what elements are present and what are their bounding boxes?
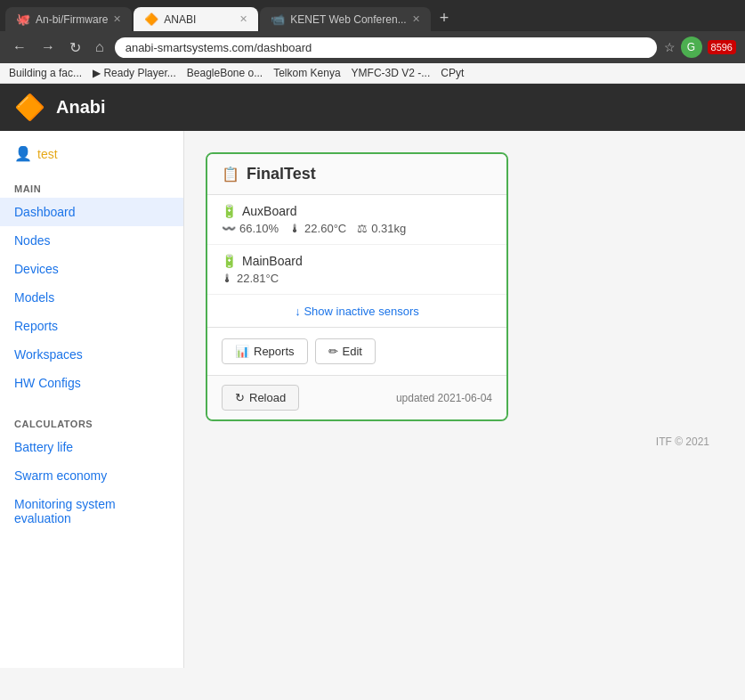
card-actions: 📊 Reports ✏ Edit xyxy=(207,328,506,375)
card-title: FinalTest xyxy=(247,165,316,183)
sidebar-item-swarm-economy[interactable]: Swarm economy xyxy=(0,461,183,490)
home-button[interactable]: ⌂ xyxy=(92,37,108,57)
device-card: 📋 FinalTest 🔋 AuxBoard 〰️ 66.10% xyxy=(206,152,508,421)
sensor-mainboard-name: 🔋 MainBoard xyxy=(222,254,492,268)
sensor-auxboard-name: 🔋 AuxBoard xyxy=(222,204,492,218)
bookmark-6-label: CPyt xyxy=(441,67,464,79)
bookmark-5[interactable]: YMFC-3D V2 -... xyxy=(352,67,431,79)
sidebar-item-hw-configs[interactable]: HW Configs xyxy=(0,369,183,397)
mainboard-temp-icon: 🌡 xyxy=(222,272,233,285)
tab3-favicon: 📹 xyxy=(271,12,285,26)
bookmark-2[interactable]: ▶ Ready Player... xyxy=(93,67,176,79)
humidity-value: 66.10% xyxy=(239,222,279,235)
calculators-section-label: CALCULATORS xyxy=(0,411,183,433)
card-header-icon: 📋 xyxy=(222,166,239,183)
sensor-auxboard-icon: 🔋 xyxy=(222,204,237,218)
forward-button[interactable]: → xyxy=(37,37,59,57)
back-button[interactable]: ← xyxy=(9,37,30,57)
notification-button[interactable]: 8596 xyxy=(708,40,736,54)
app-title: Anabi xyxy=(56,97,106,118)
reports-button-label: Reports xyxy=(254,345,295,358)
bookmark-button[interactable]: ☆ xyxy=(664,40,676,54)
edit-button-label: Edit xyxy=(343,345,362,358)
mainboard-temperature: 🌡 22.81°C xyxy=(222,272,279,285)
sensor-auxboard-values: 〰️ 66.10% 🌡 22.60°C ⚖ 0.31kg xyxy=(222,222,492,235)
bookmark-2-label: ▶ Ready Player... xyxy=(93,67,176,79)
app-logo-icon: 🔶 xyxy=(14,93,45,122)
bookmark-5-label: YMFC-3D V2 -... xyxy=(352,67,431,79)
sensor-auxboard-label: AuxBoard xyxy=(242,204,296,218)
reports-button-icon: 📊 xyxy=(235,345,249,358)
browser-tab-2[interactable]: 🔶 ANABI ✕ xyxy=(134,7,258,31)
card-header: 📋 FinalTest xyxy=(207,154,506,195)
bookmark-6[interactable]: CPyt xyxy=(441,67,464,79)
tab1-title: An-bi/Firmware xyxy=(36,13,108,26)
address-bar-input[interactable] xyxy=(115,37,657,58)
sidebar-item-nodes[interactable]: Nodes xyxy=(0,226,183,255)
tab2-close[interactable]: ✕ xyxy=(239,13,247,25)
sidebar: 👤 test MAIN Dashboard Nodes Devices Mode… xyxy=(0,131,184,668)
user-icon: 👤 xyxy=(14,145,32,162)
auxboard-temperature: 🌡 22.60°C xyxy=(289,222,346,235)
username-label: test xyxy=(37,147,58,161)
tab1-close[interactable]: ✕ xyxy=(113,13,121,25)
sidebar-item-reports[interactable]: Reports xyxy=(0,312,183,340)
bookmark-3-label: BeagleBone o... xyxy=(187,67,263,79)
tab2-title: ANABI xyxy=(164,13,234,26)
auxboard-weight: ⚖ 0.31kg xyxy=(357,222,406,235)
user-badge: 👤 test xyxy=(14,145,169,162)
user-section: 👤 test xyxy=(0,145,183,176)
footer: ITF © 2021 xyxy=(206,421,724,462)
main-content: 📋 FinalTest 🔋 AuxBoard 〰️ 66.10% xyxy=(184,131,745,668)
updated-timestamp: updated 2021-06-04 xyxy=(396,392,492,404)
tab3-close[interactable]: ✕ xyxy=(412,13,420,25)
edit-button-icon: ✏ xyxy=(328,345,338,358)
sensor-mainboard-label: MainBoard xyxy=(242,254,303,268)
bookmark-1-label: Building a fac... xyxy=(9,67,82,79)
sidebar-item-monitoring-system[interactable]: Monitoring system evaluation xyxy=(0,490,183,533)
sensor-row-mainboard: 🔋 MainBoard 🌡 22.81°C xyxy=(207,245,506,295)
sensor-mainboard-values: 🌡 22.81°C xyxy=(222,272,492,285)
tab2-favicon: 🔶 xyxy=(144,12,158,26)
weight-icon: ⚖ xyxy=(357,222,368,235)
reload-page-button[interactable]: ↻ xyxy=(66,37,85,58)
sidebar-item-models[interactable]: Models xyxy=(0,283,183,312)
profile-button[interactable]: G xyxy=(681,37,702,58)
sidebar-item-workspaces[interactable]: Workspaces xyxy=(0,340,183,369)
temperature-value: 22.60°C xyxy=(304,222,346,235)
mainboard-temp-value: 22.81°C xyxy=(237,272,279,285)
temperature-icon: 🌡 xyxy=(289,222,301,235)
main-section-label: MAIN xyxy=(0,176,183,198)
new-tab-button[interactable]: + xyxy=(433,5,457,31)
reload-icon: ↻ xyxy=(235,391,245,404)
reports-button[interactable]: 📊 Reports xyxy=(222,338,308,364)
show-inactive-link[interactable]: ↓ Show inactive sensors xyxy=(295,305,418,318)
reload-label: Reload xyxy=(249,391,286,404)
sensor-row-auxboard: 🔋 AuxBoard 〰️ 66.10% 🌡 22.60°C xyxy=(207,195,506,245)
show-inactive-section: ↓ Show inactive sensors xyxy=(207,295,506,328)
weight-value: 0.31kg xyxy=(371,222,406,235)
edit-button[interactable]: ✏ Edit xyxy=(315,338,376,364)
auxboard-humidity: 〰️ 66.10% xyxy=(222,222,279,235)
bookmark-4[interactable]: Telkom Kenya xyxy=(273,67,340,79)
sidebar-item-dashboard[interactable]: Dashboard xyxy=(0,198,183,226)
browser-tab-1[interactable]: 🐙 An-bi/Firmware ✕ xyxy=(5,7,132,31)
reload-button[interactable]: ↻ Reload xyxy=(222,385,299,411)
humidity-icon: 〰️ xyxy=(222,222,236,235)
bookmark-1[interactable]: Building a fac... xyxy=(9,67,82,79)
app-header: 🔶 Anabi xyxy=(0,84,745,131)
sidebar-item-battery-life[interactable]: Battery life xyxy=(0,433,183,461)
bookmark-4-label: Telkom Kenya xyxy=(273,67,340,79)
sensor-mainboard-icon: 🔋 xyxy=(222,254,237,268)
browser-tab-3[interactable]: 📹 KENET Web Conferen... ✕ xyxy=(260,7,430,31)
card-footer: ↻ Reload updated 2021-06-04 xyxy=(207,375,506,419)
tab3-title: KENET Web Conferen... xyxy=(290,13,406,26)
sidebar-item-devices[interactable]: Devices xyxy=(0,255,183,283)
bookmark-3[interactable]: BeagleBone o... xyxy=(187,67,263,79)
tab1-favicon: 🐙 xyxy=(16,12,30,26)
